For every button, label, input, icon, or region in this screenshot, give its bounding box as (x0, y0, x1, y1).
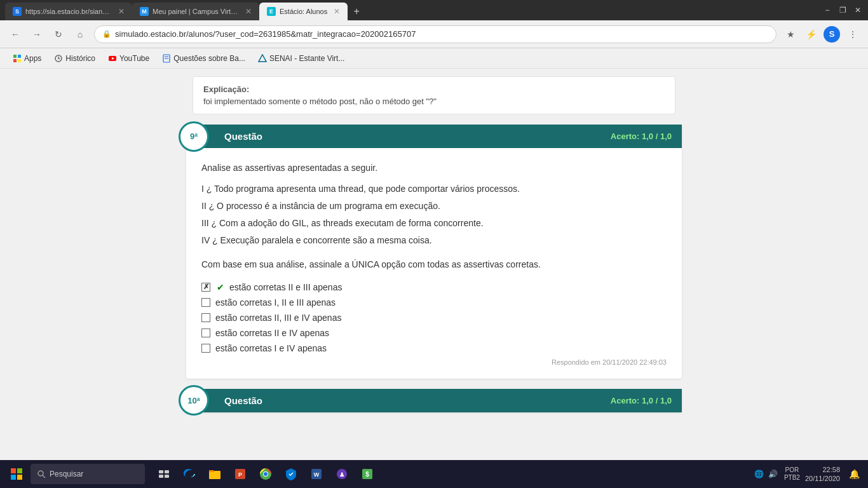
bookmark-youtube[interactable]: YouTube (103, 51, 154, 65)
svg-line-16 (43, 475, 45, 478)
windows-logo-icon (10, 468, 23, 480)
bookmark-questoes[interactable]: Questões sobre Ba... (157, 51, 250, 65)
language-area: POR PTB2 (784, 466, 800, 482)
svg-rect-0 (13, 55, 17, 58)
response-timestamp: Respondido em 20/11/2020 22:49:03 (201, 358, 667, 366)
start-button[interactable] (5, 463, 28, 485)
svg-rect-1 (18, 55, 21, 58)
security-button[interactable] (280, 463, 302, 485)
svg-rect-13 (11, 475, 16, 480)
menu-button[interactable]: ⋮ (845, 27, 860, 42)
taskbar-right: 🌐 🔊 POR PTB2 22:58 20/11/2020 🔔 (754, 465, 863, 484)
maximize-button[interactable]: ❐ (837, 5, 848, 15)
bookmark-historico[interactable]: Histórico (49, 51, 100, 65)
tab-sia[interactable]: S https://sia.estacio.br/sianet/AspC ✕ (5, 3, 132, 20)
question-10-header: 10ª Questão Acerto: 1,0 / 1,0 (186, 389, 682, 412)
file-explorer-button[interactable] (203, 463, 226, 485)
question-9-intro: Analise as assertivas apresentadas a seg… (201, 161, 667, 175)
notification-icon[interactable]: 🔔 (845, 465, 863, 483)
network-icon[interactable]: 🌐 (754, 468, 765, 480)
keyboard-layout: PTB2 (784, 474, 800, 482)
search-icon (37, 470, 46, 478)
chrome-button[interactable] (254, 463, 277, 485)
user-avatar[interactable]: S (824, 26, 840, 43)
taskbar: Pesquisar (0, 460, 868, 488)
question-10-card: 10ª Questão Acerto: 1,0 / 1,0 (186, 389, 682, 412)
option-1[interactable]: ✗ ✔ estão corretas II e III apenas (201, 282, 667, 292)
app8-button[interactable]: ♟ (330, 463, 353, 485)
question-10-number: 10ª (187, 396, 200, 405)
forward-button[interactable]: → (29, 27, 44, 42)
svg-rect-18 (165, 470, 169, 473)
questoes-icon (162, 54, 171, 63)
address-bar: ← → ↻ ⌂ 🔒 simulado.estacio.br/alunos/?us… (0, 20, 868, 48)
option-4-text: estão corretas II e IV apenas (215, 328, 329, 338)
search-bar[interactable]: Pesquisar (31, 464, 145, 484)
language-code: POR (785, 466, 799, 474)
option-2-text: estão corretas I, II e III apenas (215, 297, 336, 308)
svg-marker-10 (259, 55, 266, 62)
taskbar-icons: P W (153, 463, 379, 485)
tab-estacio[interactable]: E Estácio: Alunos ✕ (259, 3, 348, 20)
senai-icon (258, 54, 267, 63)
reload-button[interactable]: ↻ (51, 27, 66, 42)
back-button[interactable]: ← (8, 27, 23, 42)
bookmark-senai[interactable]: SENAI - Estante Virt... (253, 51, 350, 65)
assertion-3: III ¿ Com a adoção do GIL, as threads ex… (201, 217, 667, 230)
tab1-close[interactable]: ✕ (118, 7, 125, 16)
edge-button[interactable] (178, 463, 201, 485)
option-5[interactable]: estão corretas I e IV apenas (201, 343, 667, 353)
svg-rect-20 (165, 475, 169, 478)
question-9-number: 9ª (190, 132, 198, 141)
tab1-favicon: S (13, 7, 22, 16)
option-1-checkbox[interactable]: ✗ (201, 283, 210, 292)
question-10-score-value: 1,0 (642, 396, 653, 405)
option-3-checkbox[interactable] (201, 313, 210, 322)
options-list: ✗ ✔ estão corretas II e III apenas estão… (201, 282, 667, 353)
clock-area: 22:58 20/11/2020 (805, 465, 840, 484)
task-view-button[interactable] (153, 463, 175, 485)
bookmark-questoes-label: Questões sobre Ba... (173, 54, 245, 63)
svg-point-26 (264, 472, 268, 476)
option-5-checkbox[interactable] (201, 344, 210, 353)
svg-rect-17 (159, 470, 163, 473)
security-icon (284, 467, 298, 481)
tab3-close[interactable]: ✕ (334, 7, 340, 16)
word-button[interactable]: W (305, 463, 328, 485)
clock-time: 22:58 (822, 465, 840, 474)
svg-rect-2 (13, 59, 17, 62)
new-tab-button[interactable]: + (348, 3, 365, 20)
volume-icon[interactable]: 🔊 (768, 468, 779, 480)
question-9-score-label: Acerto: (611, 132, 640, 141)
bookmark-apps[interactable]: Apps (8, 51, 46, 65)
option-3[interactable]: estão corretas II, III e IV apenas (201, 313, 667, 323)
option-2-checkbox[interactable] (201, 298, 210, 307)
bookmark-historico-label: Histórico (65, 54, 95, 63)
app9-button[interactable]: $ (356, 463, 379, 485)
chrome-icon (259, 467, 273, 481)
address-actions: ★ ⚡ S ⋮ (783, 26, 860, 43)
tab2-close[interactable]: ✕ (245, 7, 252, 16)
tab-campus[interactable]: M Meu painel | Campus Virtual Esta... ✕ (132, 3, 259, 20)
url-text: simulado.estacio.br/alunos/?user_cod=263… (115, 29, 416, 39)
file-explorer-icon (208, 467, 222, 481)
tab1-title: https://sia.estacio.br/sianet/AspC (25, 8, 112, 15)
minimize-button[interactable]: − (822, 5, 832, 15)
close-button[interactable]: ✕ (853, 5, 863, 15)
search-bar-text: Pesquisar (50, 470, 83, 478)
tabs-container: S https://sia.estacio.br/sianet/AspC ✕ M… (5, 0, 822, 20)
question-10-score-label: Acerto: (611, 396, 640, 405)
svg-text:$: $ (365, 471, 369, 478)
home-button[interactable]: ⌂ (72, 27, 88, 42)
question-9-badge: 9ª (179, 121, 209, 152)
option-4[interactable]: estão corretas II e IV apenas (201, 328, 667, 338)
extensions-button[interactable]: ⚡ (803, 27, 818, 42)
option-4-checkbox[interactable] (201, 329, 210, 337)
powerpoint-button[interactable]: P (229, 463, 252, 485)
option-2[interactable]: estão corretas I, II e III apenas (201, 297, 667, 308)
url-bar[interactable]: 🔒 simulado.estacio.br/alunos/?user_cod=2… (94, 25, 776, 43)
bookmark-star-button[interactable]: ★ (783, 27, 798, 42)
question-10-score-max: 1,0 (660, 396, 672, 405)
edge-icon (182, 467, 196, 481)
svg-rect-19 (159, 475, 163, 478)
